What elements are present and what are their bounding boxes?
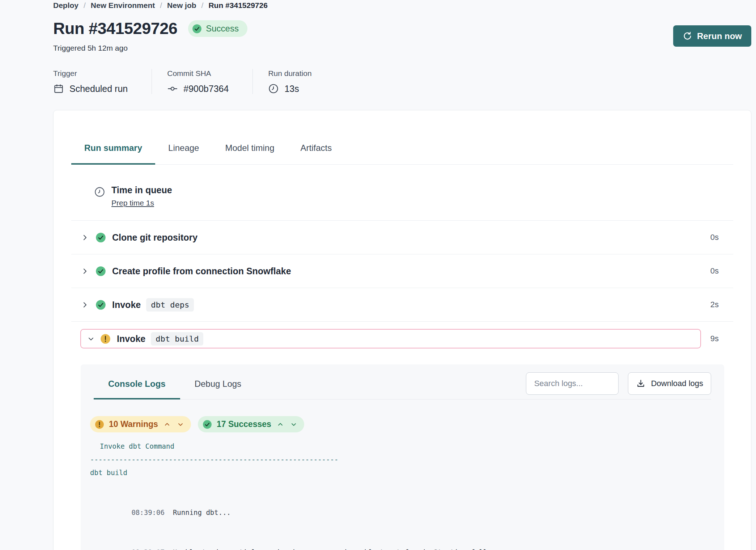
page-header: Run #341529726 Success Triggered 5h 12m …	[53, 19, 751, 52]
warning-circle-icon	[100, 334, 111, 344]
log-line: 08:39:06Running dbt...	[89, 493, 714, 533]
breadcrumb-deploy[interactable]: Deploy	[53, 1, 78, 10]
check-circle-icon	[95, 232, 106, 243]
check-circle-icon	[203, 420, 212, 429]
tab-artifacts[interactable]: Artifacts	[288, 143, 345, 165]
step-title: Invoke	[117, 334, 145, 344]
step-duration: 9s	[710, 334, 719, 343]
rerun-now-button[interactable]: Rerun now	[673, 25, 751, 47]
log-message: Running dbt...	[173, 508, 231, 516]
breadcrumb-separator: /	[160, 1, 162, 10]
successes-filter-badge[interactable]: 17 Successes	[198, 416, 304, 432]
triggered-timestamp: Triggered 5h 12m ago	[53, 44, 247, 52]
step-duration: 2s	[710, 300, 719, 309]
logs-controls: Download logs	[526, 372, 711, 395]
meta-commit-label: Commit SHA	[167, 69, 229, 78]
meta-commit: Commit SHA #900b7364	[152, 69, 252, 94]
step-duration: 0s	[710, 266, 719, 276]
warnings-filter-badge[interactable]: 10 Warnings	[90, 416, 191, 432]
log-filter-badges: 10 Warnings 17 Successes	[81, 399, 724, 432]
log-command-header: Invoke dbt Command	[89, 440, 714, 453]
tab-model-timing[interactable]: Model timing	[212, 143, 287, 165]
meta-trigger-label: Trigger	[53, 69, 128, 78]
search-logs-input[interactable]	[526, 372, 619, 395]
download-icon	[636, 379, 646, 389]
step-create-profile-snowflake[interactable]: Create profile from connection Snowflake…	[71, 254, 733, 288]
log-line: 08:39:07Unable to do partial parsing bec…	[89, 532, 714, 550]
logs-panel: Console Logs Debug Logs Download logs	[81, 364, 724, 550]
chevron-down-icon[interactable]	[88, 335, 94, 342]
log-message: Unable to do partial parsing because sav…	[173, 548, 516, 550]
log-separator-line: ----------------------------------------…	[89, 453, 714, 466]
log-command: dbt build	[89, 466, 714, 479]
page-title: Run #341529726	[53, 19, 177, 38]
step-title: Clone git repository	[112, 232, 198, 243]
breadcrumb-new-environment[interactable]: New Environment	[91, 1, 155, 10]
step-title: Invoke	[112, 300, 141, 310]
meta-duration: Run duration 13s	[252, 69, 335, 94]
breadcrumb-current-run: Run #341529726	[208, 1, 267, 10]
chevron-up-icon[interactable]	[276, 420, 285, 429]
step-duration: 0s	[710, 233, 719, 242]
tab-run-summary[interactable]: Run summary	[71, 143, 155, 165]
run-tabs: Run summary Lineage Model timing Artifac…	[71, 143, 733, 165]
refresh-icon	[683, 31, 692, 41]
meta-trigger: Trigger Scheduled run	[53, 69, 152, 94]
prep-time-link[interactable]: Prep time 1s	[111, 199, 154, 207]
step-clone-git-repository[interactable]: Clone git repository 0s	[71, 221, 733, 254]
tab-debug-logs[interactable]: Debug Logs	[180, 364, 256, 399]
rerun-now-label: Rerun now	[697, 31, 742, 41]
time-in-queue-section: Time in queue Prep time 1s	[71, 165, 733, 220]
successes-count-label: 17 Successes	[217, 419, 271, 429]
step-command-chip: dbt deps	[146, 298, 194, 312]
logs-header: Console Logs Debug Logs Download logs	[94, 364, 711, 399]
check-circle-icon	[192, 24, 202, 34]
meta-duration-label: Run duration	[268, 69, 311, 78]
tab-lineage[interactable]: Lineage	[155, 143, 212, 165]
chevron-up-icon[interactable]	[163, 420, 171, 429]
warnings-count-label: 10 Warnings	[109, 419, 158, 429]
log-blank-line	[89, 479, 714, 493]
download-logs-label: Download logs	[651, 379, 703, 388]
breadcrumb-separator: /	[201, 1, 204, 10]
run-meta-row: Trigger Scheduled run Commit SHA #900b73…	[53, 69, 751, 94]
breadcrumb-new-job[interactable]: New job	[167, 1, 196, 10]
breadcrumb: Deploy / New Environment / New job / Run…	[53, 1, 751, 10]
step-invoke-dbt-deps[interactable]: Invoke dbt deps 2s	[71, 288, 733, 321]
log-timestamp: 08:39:06	[131, 508, 165, 516]
status-badge-label: Success	[206, 24, 239, 34]
chevron-right-icon[interactable]	[81, 267, 89, 275]
chevron-down-icon[interactable]	[176, 420, 185, 429]
breadcrumb-separator: /	[84, 1, 86, 10]
check-circle-icon	[95, 266, 106, 276]
commit-icon	[167, 83, 178, 94]
calendar-icon	[53, 83, 64, 94]
chevron-down-icon[interactable]	[289, 420, 298, 429]
meta-duration-value: 13s	[284, 84, 299, 94]
step-command-chip: dbt build	[151, 332, 203, 346]
download-logs-button[interactable]: Download logs	[628, 372, 711, 395]
console-log-output: Invoke dbt Command ---------------------…	[89, 440, 714, 550]
tab-console-logs[interactable]: Console Logs	[94, 364, 180, 399]
run-detail-page: Deploy / New Environment / New job / Run…	[0, 0, 756, 550]
meta-commit-value: #900b7364	[183, 84, 229, 94]
chevron-right-icon[interactable]	[81, 301, 89, 309]
clock-icon	[94, 186, 105, 207]
title-block: Run #341529726 Success Triggered 5h 12m …	[53, 19, 247, 52]
check-circle-icon	[95, 300, 106, 310]
log-timestamp: 08:39:07	[131, 548, 165, 550]
logs-tabs: Console Logs Debug Logs	[94, 364, 256, 399]
run-summary-card: Run summary Lineage Model timing Artifac…	[53, 110, 751, 550]
meta-trigger-value: Scheduled run	[69, 84, 128, 94]
time-in-queue-title: Time in queue	[111, 185, 172, 195]
chevron-right-icon[interactable]	[81, 234, 89, 241]
clock-icon	[268, 83, 279, 94]
step-invoke-dbt-build-header[interactable]: Invoke dbt build	[80, 329, 701, 348]
warning-circle-icon	[95, 420, 104, 429]
status-badge: Success	[188, 20, 247, 37]
step-title: Create profile from connection Snowflake	[112, 266, 291, 276]
step-invoke-dbt-build: Invoke dbt build 9s	[71, 322, 733, 356]
